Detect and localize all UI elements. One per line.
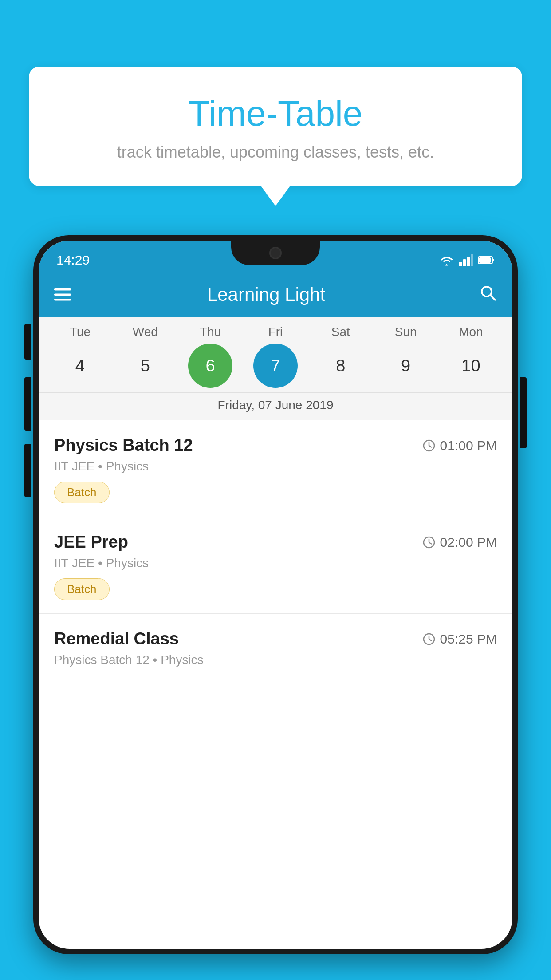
schedule-item-1-meta: IIT JEE • Physics — [54, 459, 497, 474]
signal-icon — [459, 254, 473, 266]
day-7-selected[interactable]: 7 — [253, 344, 298, 388]
day-name-sat: Sat — [314, 325, 367, 339]
clock-icon-1 — [422, 439, 436, 452]
day-names-row: Tue Wed Thu Fri Sat Sun Mon — [39, 325, 512, 339]
status-time: 14:29 — [56, 253, 90, 268]
phone-notch — [231, 241, 320, 265]
day-name-mon: Mon — [444, 325, 497, 339]
svg-point-10 — [482, 287, 492, 296]
phone-mockup: 14:29 — [33, 235, 518, 980]
svg-rect-5 — [492, 259, 494, 261]
day-4[interactable]: 4 — [58, 344, 102, 388]
schedule-item-1[interactable]: Physics Batch 12 01:00 PM IIT JEE • Phys… — [39, 420, 512, 517]
phone-outer: 14:29 — [33, 235, 518, 954]
day-numbers-row: 4 5 6 7 8 9 10 — [39, 344, 512, 388]
app-title: Learning Light — [67, 284, 466, 305]
schedule-item-3-header: Remedial Class 05:25 PM — [54, 629, 497, 648]
schedule-item-3-meta: Physics Batch 12 • Physics — [54, 653, 497, 667]
clock-icon-2 — [422, 536, 436, 549]
day-name-tue: Tue — [53, 325, 106, 339]
day-10[interactable]: 10 — [449, 344, 493, 388]
svg-line-14 — [429, 446, 432, 447]
schedule-item-1-header: Physics Batch 12 01:00 PM — [54, 436, 497, 455]
schedule-list: Physics Batch 12 01:00 PM IIT JEE • Phys… — [39, 420, 512, 688]
schedule-item-2-meta: IIT JEE • Physics — [54, 556, 497, 570]
schedule-item-3-time: 05:25 PM — [422, 632, 497, 647]
app-header: Learning Light — [39, 273, 512, 317]
schedule-item-1-title: Physics Batch 12 — [54, 436, 193, 455]
schedule-item-2-time-text: 02:00 PM — [440, 535, 497, 550]
front-camera — [269, 247, 282, 259]
svg-rect-1 — [463, 259, 466, 266]
schedule-item-3[interactable]: Remedial Class 05:25 PM Physics Batch 12… — [39, 614, 512, 688]
svg-rect-3 — [471, 254, 473, 266]
svg-rect-0 — [459, 262, 462, 266]
schedule-item-3-title: Remedial Class — [54, 629, 179, 648]
svg-line-20 — [429, 639, 432, 641]
svg-line-11 — [491, 296, 496, 300]
svg-rect-2 — [467, 257, 470, 266]
svg-line-17 — [429, 542, 432, 544]
battery-icon — [478, 255, 495, 265]
schedule-item-1-time: 01:00 PM — [422, 438, 497, 453]
clock-icon-3 — [422, 632, 436, 646]
wifi-icon — [439, 254, 455, 266]
day-5[interactable]: 5 — [123, 344, 167, 388]
day-name-thu: Thu — [184, 325, 237, 339]
phone-screen: 14:29 — [39, 241, 512, 949]
schedule-item-2-title: JEE Prep — [54, 533, 128, 552]
schedule-item-2[interactable]: JEE Prep 02:00 PM IIT JEE • Physics Batc… — [39, 517, 512, 614]
schedule-item-2-header: JEE Prep 02:00 PM — [54, 533, 497, 552]
speech-bubble: Time-Table track timetable, upcoming cla… — [29, 67, 522, 186]
selected-date-label: Friday, 07 June 2019 — [39, 392, 512, 420]
schedule-item-2-time: 02:00 PM — [422, 535, 497, 550]
day-6-today[interactable]: 6 — [188, 344, 232, 388]
svg-rect-6 — [479, 257, 491, 263]
bubble-title: Time-Table — [51, 93, 500, 134]
schedule-item-1-time-text: 01:00 PM — [440, 438, 497, 453]
schedule-item-1-badge: Batch — [54, 482, 110, 503]
schedule-item-3-time-text: 05:25 PM — [440, 632, 497, 647]
day-8[interactable]: 8 — [319, 344, 363, 388]
day-9[interactable]: 9 — [384, 344, 428, 388]
bubble-subtitle: track timetable, upcoming classes, tests… — [51, 143, 500, 162]
schedule-item-2-badge: Batch — [54, 578, 110, 600]
status-icons — [439, 254, 495, 266]
calendar-week: Tue Wed Thu Fri Sat Sun Mon 4 5 6 7 8 9 … — [39, 317, 512, 420]
day-name-sun: Sun — [379, 325, 433, 339]
search-icon[interactable] — [479, 284, 497, 306]
day-name-wed: Wed — [118, 325, 172, 339]
day-name-fri: Fri — [249, 325, 302, 339]
speech-bubble-container: Time-Table track timetable, upcoming cla… — [29, 67, 522, 186]
